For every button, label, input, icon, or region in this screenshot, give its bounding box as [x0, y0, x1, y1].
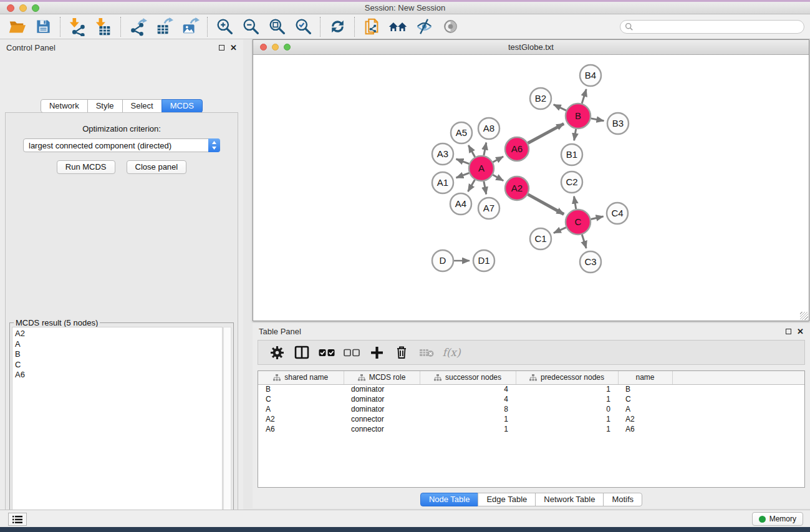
graph-node-C[interactable]: C [566, 210, 591, 235]
node-table[interactable]: shared nameMCDS rolesuccessor nodesprede… [258, 370, 805, 488]
table-cell[interactable]: connector [344, 424, 420, 434]
graph-node-A[interactable]: A [469, 156, 494, 181]
graph-edge-A-A6[interactable] [493, 157, 503, 162]
tab-style[interactable]: Style [87, 99, 123, 113]
table-cell[interactable]: 1 [420, 424, 516, 434]
graph-node-A1[interactable]: A1 [432, 172, 453, 193]
graph-node-B4[interactable]: B4 [580, 65, 601, 86]
show-all-button[interactable] [437, 16, 463, 38]
table-row[interactable]: Cdominator41C [258, 394, 804, 404]
graph-edge-B-B1[interactable] [574, 129, 576, 141]
export-image-button[interactable] [177, 16, 203, 38]
table-cell[interactable]: 0 [516, 404, 618, 414]
table-cell[interactable]: C [258, 394, 344, 404]
run-mcds-button[interactable]: Run MCDS [57, 160, 115, 174]
column-header-predecessor-nodes[interactable]: predecessor nodes [516, 371, 618, 384]
close-table-panel-icon[interactable]: ✕ [797, 327, 804, 336]
table-cell[interactable]: 1 [516, 424, 618, 434]
mcds-result-list[interactable]: A2ABCA6 [12, 327, 223, 532]
column-header-name[interactable]: name [618, 371, 672, 384]
table-cell[interactable]: A6 [258, 424, 344, 434]
graph-edge-A6-B[interactable] [528, 123, 564, 143]
network-canvas[interactable]: B4B2BB3A5A8A6A3B1AA1C2A2A4A7C4CC1DD1C3 [253, 55, 809, 321]
import-network-button[interactable] [64, 16, 90, 38]
table-cell[interactable]: A2 [618, 414, 672, 424]
graph-node-C2[interactable]: C2 [561, 172, 582, 193]
table-cell[interactable]: A [618, 404, 672, 414]
hide-selected-button[interactable] [411, 16, 437, 38]
graph-edge-A-A8[interactable] [484, 143, 486, 156]
delete-table-button[interactable] [414, 342, 439, 363]
search-field[interactable] [620, 20, 804, 34]
graph-edge-A-A5[interactable] [468, 145, 475, 157]
select-all-button[interactable] [314, 342, 339, 363]
float-table-panel-icon[interactable] [786, 329, 791, 334]
table-cell[interactable]: dominator [344, 384, 420, 394]
export-table-button[interactable] [151, 16, 177, 38]
graph-edge-B-B4[interactable] [582, 89, 586, 104]
graph-edge-A-A1[interactable] [456, 173, 470, 178]
graph-node-C4[interactable]: C4 [607, 203, 628, 224]
tab-select[interactable]: Select [122, 99, 162, 113]
frame-resize-handle[interactable] [800, 312, 808, 320]
graph-edge-B-B3[interactable] [591, 118, 604, 121]
mcds-result-item[interactable]: A6 [15, 370, 219, 380]
create-column-button[interactable] [364, 342, 389, 363]
graph-node-D[interactable]: D [432, 250, 453, 271]
mcds-result-item[interactable]: B [15, 349, 219, 360]
float-panel-icon[interactable] [219, 45, 224, 51]
table-cell[interactable]: B [618, 384, 672, 394]
memory-button[interactable]: Memory [752, 512, 803, 526]
table-row[interactable]: A6connector11A6 [258, 424, 804, 434]
graph-edge-A-A2[interactable] [493, 175, 503, 180]
save-session-button[interactable] [30, 16, 56, 38]
graph-edge-A-A7[interactable] [484, 181, 486, 195]
zoom-selected-button[interactable] [290, 16, 316, 38]
graph-node-A5[interactable]: A5 [451, 122, 472, 143]
table-cell[interactable]: 4 [420, 384, 516, 394]
tab-edge-table[interactable]: Edge Table [478, 493, 536, 506]
table-cell[interactable]: 1 [516, 384, 618, 394]
mcds-result-scrollbar[interactable] [223, 327, 231, 532]
mcds-result-item[interactable]: C [15, 360, 219, 370]
graph-edge-C-C1[interactable] [554, 228, 566, 233]
table-row[interactable]: A2connector11A2 [258, 414, 804, 424]
deselect-all-button[interactable] [339, 342, 364, 363]
open-session-button[interactable] [4, 16, 30, 38]
search-input[interactable] [636, 21, 804, 32]
show-column-button[interactable] [289, 342, 314, 363]
table-options-button[interactable] [264, 342, 289, 363]
table-row[interactable]: Adominator80A [258, 404, 804, 414]
graph-node-B[interactable]: B [566, 104, 591, 128]
table-row[interactable]: Bdominator41B [258, 384, 804, 394]
mcds-result-item[interactable]: A [15, 339, 219, 350]
graph-node-C3[interactable]: C3 [580, 251, 601, 273]
graph-node-B3[interactable]: B3 [607, 113, 629, 134]
table-cell[interactable]: B [258, 384, 344, 394]
table-cell[interactable]: 1 [516, 414, 618, 424]
table-cell[interactable]: dominator [344, 394, 420, 404]
optimization-criterion-select[interactable]: largest connected component (directed) [23, 138, 220, 152]
table-cell[interactable]: connector [344, 414, 420, 424]
graph-edge-A-A3[interactable] [456, 159, 470, 164]
tab-mcds[interactable]: MCDS [162, 99, 203, 113]
graph-node-B1[interactable]: B1 [561, 144, 582, 165]
close-panel-button[interactable]: Close panel [127, 160, 187, 174]
zoom-out-button[interactable] [238, 16, 264, 38]
column-header-MCDS-role[interactable]: MCDS role [344, 371, 420, 384]
graph-edge-C-C4[interactable] [591, 216, 603, 219]
graph-node-A3[interactable]: A3 [432, 143, 453, 165]
graph-node-D1[interactable]: D1 [473, 250, 494, 271]
export-network-button[interactable] [125, 16, 151, 38]
network-frame-titlebar[interactable]: testGlobe.txt [253, 40, 809, 55]
graph-node-C1[interactable]: C1 [530, 228, 551, 249]
table-cell[interactable]: 8 [420, 404, 516, 414]
table-cell[interactable]: 1 [420, 414, 516, 424]
graph-edge-A2-C[interactable] [528, 195, 564, 215]
tab-node-table[interactable]: Node Table [420, 493, 479, 506]
column-header-shared-name[interactable]: shared name [258, 371, 344, 384]
tab-network-table[interactable]: Network Table [535, 493, 604, 506]
column-header-successor-nodes[interactable]: successor nodes [420, 371, 516, 384]
graph-node-A6[interactable]: A6 [505, 137, 529, 161]
tab-network[interactable]: Network [41, 99, 88, 113]
